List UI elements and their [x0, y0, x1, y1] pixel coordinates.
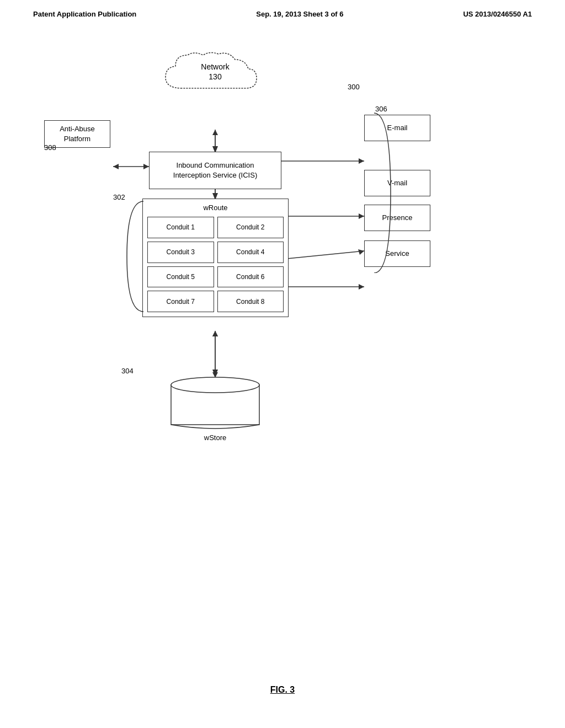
- figure-caption: FIG. 3: [0, 685, 565, 695]
- header-left: Patent Application Publication: [33, 10, 136, 18]
- service-box: Service: [364, 240, 430, 267]
- svg-marker-7: [212, 370, 218, 375]
- ref-306: 306: [375, 105, 387, 113]
- ref-308: 308: [44, 143, 56, 152]
- conduit-6: Conduit 6: [217, 266, 284, 288]
- svg-marker-16: [212, 130, 218, 135]
- svg-marker-6: [212, 331, 218, 336]
- email-box: E-mail: [364, 115, 430, 141]
- wstore-cylinder: [168, 375, 262, 430]
- conduit-7: Conduit 7: [147, 291, 214, 312]
- svg-marker-9: [359, 158, 364, 164]
- svg-marker-13: [358, 249, 364, 255]
- svg-marker-17: [212, 146, 218, 152]
- icis-box: Inbound Communication Interception Servi…: [149, 152, 281, 189]
- conduit-4: Conduit 4: [217, 242, 284, 263]
- conduit-2: Conduit 2: [217, 217, 284, 238]
- svg-marker-3: [113, 164, 119, 169]
- ref-302: 302: [113, 193, 125, 201]
- wroute-label: wRoute: [143, 204, 288, 212]
- svg-line-12: [281, 251, 364, 259]
- svg-marker-11: [359, 213, 364, 219]
- page-header: Patent Application Publication Sep. 19, …: [0, 0, 565, 18]
- conduit-5: Conduit 5: [147, 266, 214, 288]
- wstore-container: wStore: [168, 375, 262, 442]
- svg-marker-4: [143, 164, 149, 169]
- wroute-container: wRoute Conduit 1 Conduit 2 Conduit 3 Con…: [142, 199, 289, 317]
- ref-300: 300: [348, 83, 360, 91]
- ref-304: 304: [121, 367, 134, 375]
- svg-marker-23: [212, 331, 218, 336]
- conduit-grid: Conduit 1 Conduit 2 Conduit 3 Conduit 4 …: [147, 217, 284, 312]
- presence-box: Presence: [364, 205, 430, 231]
- vmail-box: V-mail: [364, 170, 430, 196]
- network-cloud: Network 130: [160, 50, 270, 105]
- anti-abuse-label: Anti-Abuse Platform: [60, 124, 95, 144]
- header-middle: Sep. 19, 2013 Sheet 3 of 6: [256, 10, 343, 18]
- network-label: Network 130: [160, 62, 270, 82]
- header-right: US 2013/0246550 A1: [463, 10, 532, 18]
- icis-label: Inbound Communication Interception Servi…: [173, 160, 257, 180]
- svg-marker-15: [359, 284, 364, 290]
- svg-marker-19: [212, 193, 218, 199]
- conduit-1: Conduit 1: [147, 217, 214, 238]
- conduit-8: Conduit 8: [217, 291, 284, 312]
- conduit-3: Conduit 3: [147, 242, 214, 263]
- svg-point-26: [171, 377, 259, 393]
- wstore-label: wStore: [168, 433, 262, 442]
